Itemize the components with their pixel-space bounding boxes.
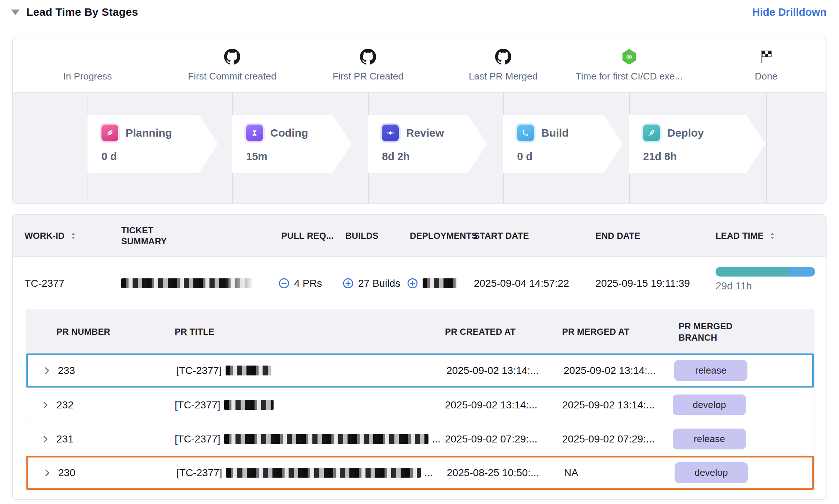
redacted-pr-title [224, 400, 274, 410]
hourglass-icon [246, 125, 263, 141]
lead-time-bar-segment-teal [716, 267, 788, 277]
column-header-lead-time[interactable]: LEAD TIME [716, 215, 777, 256]
pr-created-cell: 2025-09-02 07:29:... [445, 422, 537, 456]
redacted-ticket-summary [121, 278, 253, 288]
stage-name: Coding [270, 127, 308, 139]
stage-duration: 21d 8h [643, 151, 765, 163]
chevron-right-icon[interactable] [40, 434, 51, 444]
redacted-pr-title [224, 434, 428, 444]
pr-merged-cell: 2025-09-02 07:29:... [562, 422, 654, 456]
column-header-pr-merged-at: PR MERGED AT [562, 310, 630, 353]
redacted-deployments-count [423, 278, 457, 288]
cicd-infinity-icon [550, 48, 708, 66]
column-label: TICKET SUMMARY [121, 225, 180, 247]
chevron-right-icon[interactable] [40, 400, 51, 410]
expand-cell [40, 422, 51, 456]
pr-title-prefix: [TC-2377] [175, 399, 220, 411]
stage-name: Planning [126, 127, 172, 139]
rocket-icon [643, 125, 660, 141]
stages-panel: In Progress First Commit created First P… [12, 37, 827, 204]
column-header-work-id[interactable]: WORK-ID [25, 215, 78, 256]
github-icon [153, 48, 311, 66]
column-header-end-date: END DATE [595, 215, 641, 256]
minus-circle-icon[interactable] [278, 278, 290, 289]
branch-badge: develop [675, 462, 748, 483]
pr-number-cell: 231 [56, 422, 74, 456]
milestone-label: First PR Created [289, 71, 447, 82]
branch-badge: release [674, 360, 747, 381]
column-label: WORK-ID [25, 231, 64, 241]
column-header-deployments: DEPLOYMENTS [410, 215, 478, 256]
chevron-right-icon[interactable] [42, 468, 52, 478]
redacted-pr-title [226, 468, 421, 478]
pr-title-cell: [TC-2377] ... [175, 422, 441, 456]
column-label: BUILDS [345, 231, 379, 241]
github-icon [289, 48, 447, 66]
column-header-pr-merged-branch: PR MERGED BRANCH [679, 310, 756, 353]
branch-badge: develop [673, 394, 746, 415]
pr-title-prefix: [TC-2377] [177, 467, 222, 479]
milestone-done: Done [687, 48, 827, 82]
lead-time-drilldown-page: Lead Time By Stages Hide Drilldown In Pr… [0, 0, 839, 504]
stage-duration: 8d 2h [382, 151, 487, 163]
work-item-row[interactable]: TC-2377 4 PRs 27 Builds [13, 257, 826, 310]
stage-duration: 15m [246, 151, 352, 163]
pull-requests-cell: 4 PRs [278, 257, 322, 310]
pr-branch-cell: develop [675, 457, 748, 488]
column-label: DEPLOYMENTS [410, 231, 478, 241]
milestone-label: Done [687, 71, 827, 82]
pr-number-cell: 233 [58, 355, 75, 386]
milestone-label: Time for first CI/CD exe... [550, 71, 708, 82]
commit-diamond-icon [382, 125, 399, 141]
pr-row-232[interactable]: 232 [TC-2377] 2025-09-02 13:14:... 2025-… [26, 388, 814, 422]
milestone-label: First Commit created [153, 71, 311, 82]
work-id-cell: TC-2377 [25, 257, 64, 310]
milestone-in-progress: In Progress [12, 48, 166, 82]
pr-row-230[interactable]: 230 [TC-2377] ... 2025-08-25 10:50:... N… [26, 456, 814, 490]
pr-title-suffix: ... [432, 433, 441, 445]
ticket-summary-cell [121, 257, 253, 310]
stage-card-build: Build 0 d [503, 115, 623, 173]
pr-branch-cell: release [674, 355, 747, 386]
column-label: START DATE [474, 231, 529, 241]
hide-drilldown-link[interactable]: Hide Drilldown [752, 6, 827, 18]
column-header-pull-requests: PULL REQ... [281, 215, 334, 256]
pr-number-cell: 232 [56, 388, 74, 422]
redacted-pr-title [226, 366, 271, 375]
stage-duration: 0 d [101, 151, 218, 163]
work-table-panel: WORK-ID TICKET SUMMARY PULL REQ... BUILD… [12, 214, 827, 500]
column-divider [766, 92, 767, 203]
column-header-pr-created-at: PR CREATED AT [445, 310, 516, 353]
column-label: END DATE [595, 231, 641, 241]
pr-merged-cell: NA [564, 457, 578, 488]
plus-circle-icon[interactable] [342, 278, 354, 289]
column-label: PULL REQ... [281, 231, 334, 241]
lead-time-cell: 29d 11h [716, 257, 815, 310]
stage-name: Build [541, 127, 569, 139]
builds-count[interactable]: 27 Builds [358, 278, 400, 289]
stage-card-deploy: Deploy 21d 8h [629, 115, 765, 173]
deployments-cell [407, 257, 457, 310]
pr-row-231[interactable]: 231 [TC-2377] ... 2025-09-02 07:29:... 2… [26, 422, 814, 456]
stage-name: Deploy [667, 127, 704, 139]
expand-cell [42, 355, 52, 386]
pr-title-prefix: [TC-2377] [176, 365, 222, 377]
lead-time-bar [716, 267, 815, 277]
chevron-right-icon[interactable] [42, 366, 52, 376]
sort-icon[interactable] [768, 231, 777, 240]
stage-card-planning: Planning 0 d [88, 115, 218, 173]
page-title: Lead Time By Stages [26, 6, 138, 18]
column-header-pr-number: PR NUMBER [56, 310, 110, 353]
pr-branch-cell: release [673, 422, 746, 456]
pr-title-cell: [TC-2377] [176, 355, 275, 386]
sort-icon[interactable] [69, 231, 78, 240]
status-diamond-icon [12, 48, 166, 66]
collapse-triangle-icon[interactable] [11, 10, 20, 15]
pr-number-cell: 230 [58, 457, 75, 488]
pull-requests-count[interactable]: 4 PRs [294, 278, 322, 289]
pr-row-233[interactable]: 233 [TC-2377] 2025-09-02 13:14:... 2025-… [26, 353, 814, 388]
work-table-header: WORK-ID TICKET SUMMARY PULL REQ... BUILD… [13, 215, 826, 257]
column-header-start-date: START DATE [474, 215, 529, 256]
pr-merged-cell: 2025-09-02 13:14:... [564, 355, 656, 386]
plus-circle-icon[interactable] [407, 278, 418, 289]
